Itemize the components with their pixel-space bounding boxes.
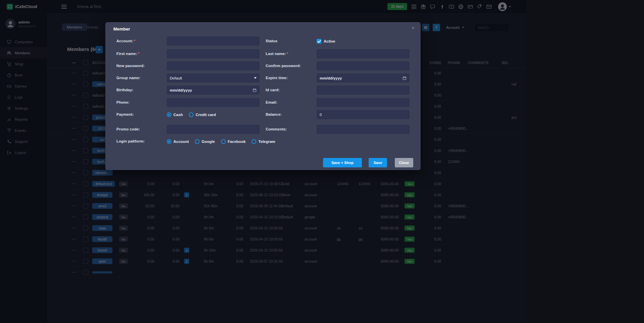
promo-code-label: Promo code: — [116, 125, 140, 134]
credit-card-radio[interactable] — [189, 112, 194, 117]
birthday-input[interactable]: mm/dd/yyyy — [167, 86, 260, 95]
last-name-label: Last name:* — [266, 49, 288, 58]
required-mark: * — [287, 52, 288, 56]
login-platform-radio-group: Account Google Facebook Telegram — [167, 137, 275, 146]
telegram-radio[interactable] — [252, 139, 256, 144]
member-modal: Member × Account:* Status Active First n… — [105, 22, 421, 170]
save-button[interactable]: Save — [369, 158, 387, 167]
birthday-placeholder: mm/dd/yyyy — [170, 88, 192, 92]
confirm-password-input[interactable] — [317, 61, 410, 70]
last-name-input[interactable] — [317, 49, 410, 58]
save-shop-button[interactable]: Save + Shop — [323, 158, 362, 167]
email-label: Email: — [266, 98, 277, 107]
comments-label: Comments: — [266, 125, 287, 134]
modal-close-icon[interactable]: × — [412, 25, 415, 31]
status-checkbox-group: Active — [317, 37, 335, 46]
balance-label: Balance: — [266, 110, 282, 119]
new-password-label: New password: — [116, 61, 145, 70]
group-name-value: Default — [170, 76, 182, 80]
credit-card-label: Credit card — [196, 113, 216, 117]
required-mark: * — [134, 39, 135, 43]
email-input[interactable] — [317, 98, 410, 107]
id-card-label: Id card: — [266, 86, 280, 95]
facebook-radio[interactable] — [221, 139, 226, 144]
phone-input[interactable] — [167, 98, 260, 107]
account-label: Account — [173, 140, 189, 144]
comments-input[interactable] — [317, 125, 410, 134]
platform-option-google: Google — [195, 139, 215, 144]
close-button[interactable]: Close — [395, 158, 413, 167]
confirm-password-label: Confirm password: — [266, 61, 301, 70]
expire-time-label: Expire time: — [266, 73, 288, 83]
calendar-icon — [402, 76, 407, 80]
active-checkbox[interactable] — [317, 39, 321, 44]
account-label: Account:* — [116, 37, 135, 46]
payment-option-cash: Cash — [167, 112, 183, 117]
birthday-label: Birthday: — [116, 86, 133, 95]
login-platform-label: Login paltform: — [116, 137, 145, 146]
first-name-label: First name:* — [116, 49, 139, 58]
facebook-label: Facebook — [228, 140, 246, 144]
payment-option-credit-card: Credit card — [189, 112, 216, 117]
promo-code-input[interactable] — [167, 125, 260, 134]
required-mark: * — [138, 52, 139, 56]
payment-radio-group: Cash Credit card — [167, 110, 216, 119]
new-password-input[interactable] — [167, 61, 260, 70]
balance-input[interactable] — [317, 110, 410, 119]
calendar-icon — [253, 88, 257, 92]
phone-label: Phone: — [116, 98, 129, 107]
account-radio[interactable] — [167, 139, 171, 144]
id-card-input[interactable] — [317, 86, 410, 95]
platform-option-telegram: Telegram — [252, 139, 275, 144]
expire-time-input[interactable]: mm/dd/yyyy — [317, 73, 410, 83]
expire-time-placeholder: mm/dd/yyyy — [320, 76, 342, 80]
payment-label: Payment: — [116, 110, 134, 119]
caret-down-icon — [254, 77, 257, 79]
google-label: Google — [202, 140, 215, 144]
first-name-input[interactable] — [167, 49, 260, 58]
platform-option-account: Account — [167, 139, 189, 144]
platform-option-facebook: Facebook — [221, 139, 246, 144]
cash-radio[interactable] — [167, 112, 171, 117]
google-radio[interactable] — [195, 139, 200, 144]
telegram-label: Telegram — [258, 140, 275, 144]
status-label: Status — [266, 37, 277, 46]
account-input[interactable] — [167, 37, 260, 46]
active-label: Active — [324, 39, 335, 43]
group-name-label: Group name: — [116, 73, 141, 83]
modal-title: Member — [113, 26, 130, 32]
group-name-select[interactable]: Default — [167, 73, 260, 83]
cash-label: Cash — [173, 113, 183, 117]
